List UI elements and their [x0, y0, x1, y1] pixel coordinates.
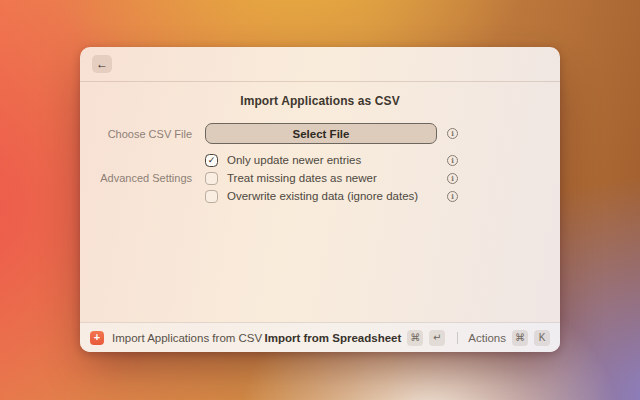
checkbox-label: Overwrite existing data (ignore dates) — [227, 190, 418, 202]
info-icon[interactable]: i — [447, 128, 458, 139]
command-key-icon: ⌘ — [512, 330, 528, 346]
advanced-settings-group: Advanced Settings ✓ Only update newer en… — [80, 151, 560, 205]
info-glyph: i — [451, 193, 454, 200]
checkbox-label: Treat missing dates as newer — [227, 172, 377, 184]
action-bar: + Import Applications from CSV Import fr… — [80, 322, 560, 352]
checkbox-overwrite-existing[interactable] — [205, 190, 218, 203]
info-glyph: i — [451, 157, 454, 164]
checkbox-row-only-update-newer: ✓ Only update newer entries i — [205, 151, 458, 169]
checkmark-icon: ✓ — [208, 156, 216, 165]
back-arrow-icon: ← — [96, 58, 108, 70]
checkbox-row-treat-missing-dates: Treat missing dates as newer i — [205, 169, 458, 187]
choose-csv-file-row: Choose CSV File Select File i — [80, 123, 560, 144]
return-key-icon: ↵ — [429, 330, 445, 346]
info-icon[interactable]: i — [447, 155, 458, 166]
info-icon[interactable]: i — [447, 173, 458, 184]
checkbox-column: ✓ Only update newer entries i Treat miss… — [205, 151, 458, 205]
import-form: Choose CSV File Select File i Advanced S… — [80, 123, 560, 205]
actions-menu-button[interactable]: Actions — [468, 332, 506, 344]
back-button[interactable]: ← — [92, 55, 112, 73]
extension-plus-icon: + — [90, 331, 104, 345]
command-name: Import Applications from CSV — [112, 332, 262, 344]
checkbox-treat-missing-dates[interactable] — [205, 172, 218, 185]
checkbox-only-update-newer[interactable]: ✓ — [205, 154, 218, 167]
checkbox-wrap: Treat missing dates as newer — [205, 172, 437, 185]
import-csv-window: ← Import Applications as CSV Choose CSV … — [80, 47, 560, 352]
checkbox-label: Only update newer entries — [227, 154, 361, 166]
info-glyph: i — [451, 130, 454, 137]
checkbox-wrap: Overwrite existing data (ignore dates) — [205, 190, 437, 203]
primary-action-button[interactable]: Import from Spreadsheet — [265, 332, 402, 344]
shortcut-area: Import from Spreadsheet ⌘ ↵ Actions ⌘ K — [265, 330, 550, 346]
form-content: Import Applications as CSV Choose CSV Fi… — [80, 82, 560, 322]
info-glyph: i — [451, 175, 454, 182]
command-key-icon: ⌘ — [407, 330, 423, 346]
checkbox-wrap: ✓ Only update newer entries — [205, 154, 437, 167]
window-header: ← — [80, 47, 560, 82]
advanced-settings-label: Advanced Settings — [80, 172, 192, 184]
checkbox-row-overwrite-existing: Overwrite existing data (ignore dates) i — [205, 187, 458, 205]
choose-csv-file-label: Choose CSV File — [80, 128, 192, 140]
info-icon[interactable]: i — [447, 191, 458, 202]
k-key-icon: K — [534, 330, 550, 346]
select-file-button[interactable]: Select File — [205, 123, 437, 144]
page-title: Import Applications as CSV — [80, 94, 560, 108]
desktop-background: ← Import Applications as CSV Choose CSV … — [0, 0, 640, 400]
footer-divider — [457, 332, 458, 344]
